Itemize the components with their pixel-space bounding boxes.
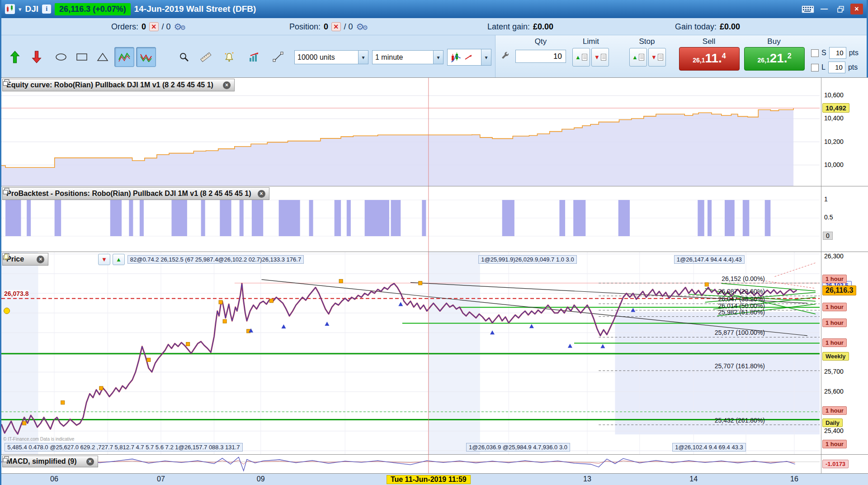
price-close-icon[interactable]: × [37, 256, 44, 263]
triangle-tool[interactable] [93, 47, 113, 67]
positions-axis-label: 0.5 [824, 214, 833, 221]
info-icon[interactable]: i [42, 5, 51, 14]
stop-pts-unit: pts [849, 49, 859, 57]
timeframe-alert-tag[interactable]: 1 hour [822, 406, 847, 415]
order-marker [23, 421, 26, 425]
equity-current-value[interactable]: 10,492 [822, 103, 849, 113]
price-chart[interactable] [1, 252, 821, 455]
position-count: 0 [324, 22, 328, 32]
buy-arrow-button[interactable] [5, 47, 25, 67]
app-chart-icon[interactable] [5, 4, 15, 14]
positions-panel-title: ProBacktest - Positions: Robo(Rian) Pull… [6, 190, 251, 198]
time-axis-label: 13 [583, 475, 591, 483]
entry-arrow-marker [529, 324, 534, 328]
order-marker [269, 299, 273, 303]
position-bar [220, 200, 231, 236]
close-button[interactable]: × [850, 4, 863, 14]
rectangle-tool[interactable] [72, 47, 92, 67]
backtest-screener-tool[interactable] [245, 47, 264, 67]
equity-y-axis: 10,60010,40010,20010,00010,492 [821, 78, 868, 186]
price-axis-label: 26,300 [824, 252, 844, 260]
macd-chart[interactable] [1, 455, 821, 474]
units-select-caret-icon[interactable]: ▾ [358, 51, 368, 64]
buy-order-arrow-button[interactable]: ▲ [113, 254, 125, 265]
chart-style-caret-icon[interactable]: ▾ [481, 49, 491, 65]
main-toolbar: 10000 units ▾ 1 minute ▾ ▾ Qty 10 Limit … [1, 35, 867, 77]
position-pending: / 0 [344, 22, 353, 32]
timeframe-alert-tag[interactable]: 1 hour [822, 319, 847, 327]
close-position-icon[interactable]: × [331, 22, 341, 31]
positions-panel-header: ProBacktest - Positions: Robo(Rian) Pull… [2, 187, 269, 200]
equity-panel-title: Equity curve: Robo(Rian) Pullback DJI 1M… [6, 81, 213, 89]
limit-checkbox[interactable] [811, 64, 819, 71]
timeframe-select-caret-icon[interactable]: ▾ [433, 51, 443, 64]
limit-pts-input[interactable]: 10 [828, 62, 845, 73]
sell-arrow-button[interactable] [27, 47, 47, 67]
position-bar [559, 200, 565, 236]
limit-sell-order-button[interactable]: ▼ [591, 48, 609, 67]
macd-close-icon[interactable]: × [86, 458, 94, 466]
backtest-positions-panel: ProBacktest - Positions: Robo(Rian) Pull… [1, 186, 868, 252]
buy-price-main: 21. [770, 52, 788, 65]
limit-buy-order-button[interactable]: ▲ [572, 48, 590, 67]
red-projection-line [774, 263, 816, 276]
stop-checkbox[interactable] [811, 49, 819, 57]
minimize-button[interactable]: — [818, 4, 830, 14]
stop-buy-order-button[interactable]: ▲ [629, 48, 647, 67]
position-bar [309, 200, 313, 236]
timeframe-alert-tag[interactable]: Daily [822, 418, 843, 427]
order-settings-wrench-icon[interactable] [500, 51, 510, 62]
position-settings-gear-icon[interactable]: ⚙⚙ [356, 21, 367, 32]
chart-style-button[interactable]: ▾ [447, 49, 491, 66]
position-bar [110, 200, 122, 236]
buy-price-decimal: 2 [788, 52, 792, 60]
timeframe-alert-tag[interactable]: 1 hour [822, 303, 847, 311]
timeframe-alert-tag[interactable]: 1 hour [822, 440, 847, 448]
timeframe-select[interactable]: 1 minute ▾ [372, 50, 443, 64]
restore-button[interactable] [834, 4, 847, 14]
qty-input[interactable]: 10 [515, 50, 566, 63]
zigzag-pattern-tool[interactable] [114, 47, 134, 67]
ellipse-tool[interactable] [51, 47, 71, 67]
order-marker [61, 401, 65, 404]
equity-curve-chart[interactable] [1, 78, 821, 186]
timeframe-alert-tag[interactable]: Weekly [822, 352, 849, 361]
position-bar [743, 200, 749, 236]
price-y-axis: 26,30025,70025,60025,4001 hour26,102.526… [821, 252, 868, 454]
units-select[interactable]: 10000 units ▾ [294, 50, 368, 64]
zoom-tool[interactable] [174, 47, 194, 67]
price-axis-label: 25,700 [824, 368, 844, 375]
equity-close-icon[interactable]: × [223, 81, 231, 89]
positions-close-icon[interactable]: × [258, 190, 265, 198]
crosshair-date-label: Tue 11-Jun-2019 11:59 [387, 475, 471, 484]
order-marker [219, 300, 222, 304]
macd-current-value[interactable]: -1.0173 [822, 460, 849, 468]
cancel-orders-icon[interactable]: × [149, 22, 159, 31]
position-group: Position: 0 × / 0 ⚙⚙ [289, 18, 366, 35]
time-axis[interactable]: 060709Tue 11-Jun-2019 11:59131416 [1, 473, 868, 485]
position-bar [171, 200, 187, 236]
position-bar [365, 200, 389, 236]
zigzag-channel-tool[interactable] [136, 47, 156, 67]
sell-order-arrow-button[interactable]: ▼ [98, 254, 110, 265]
stop-sell-order-button[interactable]: ▼ [648, 48, 666, 67]
positions-axis-label: 1 [824, 195, 828, 203]
ruler-tool[interactable] [196, 47, 216, 67]
entry-arrow-marker [631, 308, 635, 312]
alert-bell-tool[interactable] [219, 47, 239, 67]
buy-button[interactable]: 26,121.2 [744, 47, 805, 71]
timeframe-alert-tag[interactable]: 1 hour [822, 338, 847, 347]
entry-arrow-marker [281, 324, 286, 328]
timeframe-alert-tag[interactable]: 1 hour [822, 275, 847, 283]
trendline-tool[interactable] [268, 47, 288, 67]
keyboard-icon[interactable] [802, 4, 814, 14]
stop-pts-input[interactable]: 10 [829, 47, 846, 59]
equity-axis-label: 10,400 [824, 114, 844, 122]
sell-button[interactable]: 26,111.4 [679, 47, 740, 71]
position-bar [279, 200, 300, 236]
position-bar [347, 200, 351, 236]
gain-today-label: Gain today: [675, 22, 717, 32]
current-price-tag[interactable]: 26,116.3 [822, 285, 856, 295]
symbol-dropdown-caret[interactable]: ▾ [19, 6, 22, 13]
orders-settings-gear-icon[interactable]: ⚙⚙ [174, 21, 184, 32]
